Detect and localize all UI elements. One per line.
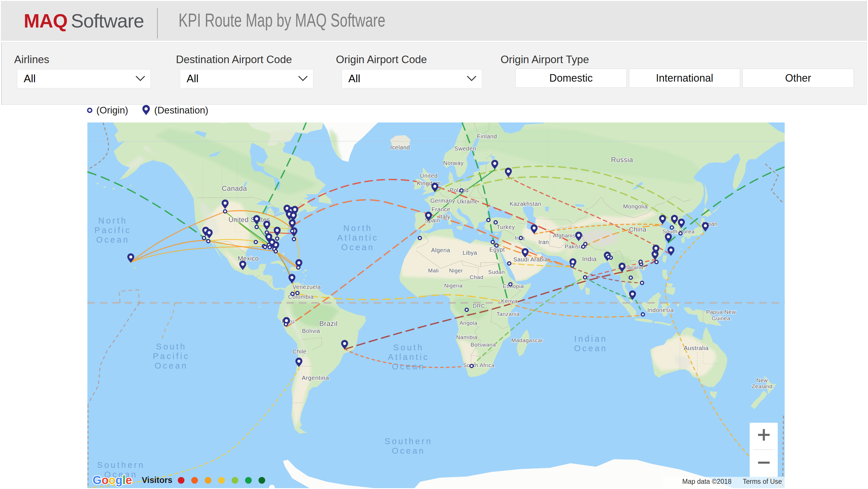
svg-text:Ocean: Ocean (341, 242, 374, 252)
svg-text:Tanzania: Tanzania (496, 311, 520, 317)
svg-text:Norway: Norway (443, 160, 464, 166)
svg-text:Southern: Southern (97, 460, 145, 469)
svg-text:Kenya: Kenya (501, 298, 517, 304)
svg-text:Iceland: Iceland (390, 144, 410, 150)
svg-text:Pacific: Pacific (94, 226, 131, 235)
svg-text:Sweden: Sweden (454, 145, 476, 152)
svg-text:DRC: DRC (473, 303, 485, 309)
svg-text:G: G (93, 473, 101, 486)
svg-text:e: e (126, 473, 132, 486)
svg-text:Bolivia: Bolivia (302, 328, 320, 334)
svg-text:Saudi Arabia: Saudi Arabia (513, 256, 548, 263)
svg-text:Venezuela: Venezuela (292, 284, 321, 290)
svg-text:Libya: Libya (463, 250, 477, 256)
svg-text:North: North (98, 216, 128, 225)
svg-text:Mongolia: Mongolia (623, 203, 648, 210)
svg-text:Madagascar: Madagascar (511, 337, 543, 343)
svg-text:Italy: Italy (439, 213, 450, 220)
svg-text:New: New (756, 377, 768, 383)
svg-text:Papua New: Papua New (706, 309, 736, 315)
svg-text:Southern: Southern (384, 437, 433, 446)
svg-text:(Destination): (Destination) (154, 105, 208, 116)
svg-text:Iran: Iran (538, 239, 549, 245)
svg-text:Map data ©2018: Map data ©2018 (682, 478, 732, 485)
svg-text:Turkey: Turkey (496, 224, 515, 230)
svg-text:Germany: Germany (430, 197, 455, 204)
svg-text:Chile: Chile (292, 348, 306, 355)
svg-text:Argentina: Argentina (302, 374, 329, 381)
svg-text:South: South (156, 342, 187, 351)
svg-text:Niger: Niger (449, 267, 463, 274)
svg-text:Ukraine: Ukraine (457, 198, 478, 205)
svg-text:Ocean: Ocean (392, 446, 425, 455)
svg-text:Ocean: Ocean (392, 362, 425, 371)
svg-text:l: l (122, 473, 126, 486)
svg-text:Terms of Use: Terms of Use (743, 478, 782, 485)
svg-text:Mexico: Mexico (238, 255, 259, 262)
svg-text:Angola: Angola (460, 320, 477, 326)
svg-text:India: India (582, 255, 597, 263)
svg-text:o: o (101, 473, 108, 486)
svg-text:g: g (116, 473, 122, 486)
svg-text:United: United (420, 173, 438, 179)
svg-text:(Origin): (Origin) (96, 105, 128, 116)
svg-text:Chad: Chad (470, 274, 483, 280)
svg-text:South: South (393, 343, 424, 352)
svg-text:Indian: Indian (574, 334, 607, 343)
svg-text:Finland: Finland (477, 133, 497, 140)
svg-text:Kazakhstan: Kazakhstan (509, 201, 541, 207)
svg-text:Atlantic: Atlantic (337, 233, 378, 242)
svg-text:Botswana: Botswana (470, 342, 496, 348)
svg-text:France: France (431, 206, 450, 212)
svg-text:Canada: Canada (222, 184, 247, 192)
svg-text:South Africa: South Africa (463, 362, 494, 368)
svg-text:North: North (343, 224, 373, 233)
svg-text:Algeria: Algeria (431, 247, 450, 253)
svg-text:Nigeria: Nigeria (444, 283, 463, 289)
svg-text:Visitors: Visitors (142, 476, 173, 485)
svg-text:Brazil: Brazil (319, 320, 337, 327)
svg-text:Ethiopia: Ethiopia (503, 283, 524, 289)
svg-text:Ocean: Ocean (96, 235, 129, 244)
svg-text:China: China (629, 226, 646, 233)
svg-text:Australia: Australia (684, 345, 709, 351)
svg-text:Atlantic: Atlantic (388, 352, 429, 362)
svg-text:Namibia: Namibia (456, 334, 477, 340)
svg-text:Russia: Russia (611, 156, 633, 164)
svg-text:Poland: Poland (450, 187, 468, 193)
svg-text:Guinea: Guinea (712, 315, 730, 321)
svg-text:Ocean: Ocean (574, 344, 607, 353)
svg-text:Zealand: Zealand (752, 383, 773, 390)
svg-text:Sudan: Sudan (488, 269, 505, 275)
svg-text:Mali: Mali (428, 267, 439, 274)
svg-text:Ocean: Ocean (155, 361, 188, 370)
svg-text:Indonesia: Indonesia (647, 307, 674, 313)
svg-text:Pacific: Pacific (153, 351, 189, 361)
svg-text:o: o (108, 473, 116, 486)
